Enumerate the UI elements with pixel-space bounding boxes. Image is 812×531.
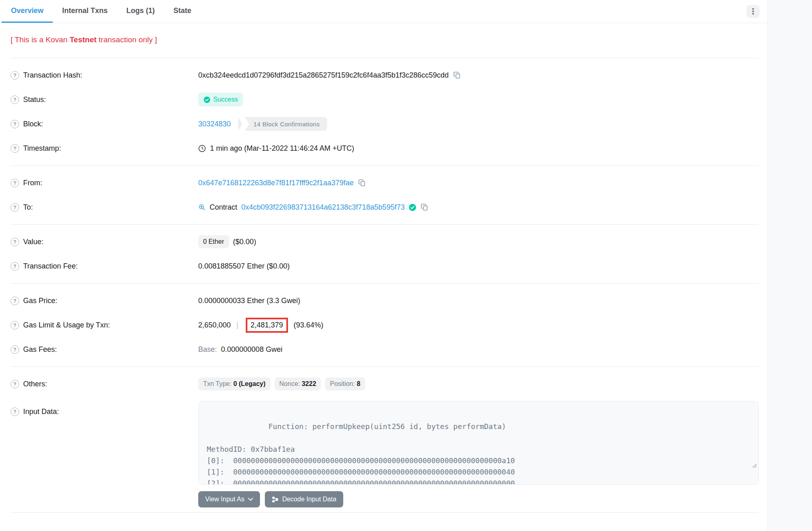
tab-overview[interactable]: Overview (2, 0, 53, 23)
copy-icon (420, 203, 429, 211)
row-gas-price: ? Gas Price: 0.0000000033 Ether (3.3 Gwe… (11, 288, 758, 313)
block-number-link[interactable]: 30324830 (198, 120, 231, 128)
section-addresses: ? From: 0x647e7168122263d8e7f81f17fff9c2… (11, 166, 758, 225)
row-transaction-fee: ? Transaction Fee: 0.0081885507 Ether ($… (11, 254, 758, 278)
clock-icon (198, 145, 206, 152)
transaction-hash-label: Transaction Hash: (23, 71, 82, 80)
gas-used-percent: (93.64%) (294, 321, 323, 329)
help-icon[interactable]: ? (11, 297, 19, 305)
view-input-as-button[interactable]: View Input As (198, 491, 260, 507)
help-icon[interactable]: ? (11, 71, 19, 80)
block-confirmations-text: 14 Block Confirmations (238, 117, 327, 131)
gas-limit-value: 2,650,000 (198, 321, 231, 329)
transaction-fee-value: 0.0081885507 Ether ($0.00) (198, 262, 290, 271)
view-input-as-label: View Input As (205, 496, 245, 503)
ether-value-badge: 0 Ether (198, 235, 229, 248)
copy-icon (453, 71, 461, 79)
gas-used-annotation-box: 2,481,379 (246, 318, 288, 333)
gas-price-value: 0.0000000033 Ether (3.3 Gwei) (198, 297, 300, 305)
timestamp-value: 1 min ago (Mar-11-2022 11:46:24 AM +UTC) (210, 144, 354, 153)
tab-logs[interactable]: Logs (1) (117, 0, 164, 23)
value-label: Value: (23, 238, 43, 246)
txn-type-label: Txn Type: (203, 380, 232, 387)
gas-used-value: 2,481,379 (251, 321, 283, 329)
copy-to-button[interactable] (420, 203, 429, 211)
row-to: ? To: Contract 0x4cb093f226983713164a621… (11, 195, 758, 219)
check-circle-icon (204, 96, 210, 103)
tab-state[interactable]: State (164, 0, 201, 23)
copy-hash-button[interactable] (453, 71, 461, 79)
copy-from-button[interactable] (358, 179, 366, 187)
help-icon[interactable]: ? (11, 144, 19, 153)
from-label: From: (23, 179, 42, 187)
help-icon[interactable]: ? (11, 95, 19, 104)
input-data-textarea[interactable]: Function: performUpkeep(uint256 id, byte… (198, 401, 759, 485)
tab-internal-txns[interactable]: Internal Txns (53, 0, 117, 23)
gas-price-label: Gas Price: (23, 297, 57, 305)
row-gas-fees: ? Gas Fees: Base: 0.000000008 Gwei (11, 337, 758, 362)
page-background (768, 0, 812, 531)
notice-prefix: [ This is a Kovan (11, 35, 69, 44)
block-label: Block: (23, 120, 43, 128)
help-icon[interactable]: ? (11, 380, 19, 388)
help-icon[interactable]: ? (11, 238, 19, 246)
to-address-link[interactable]: 0x4cb093f226983713164a62138c3f718a5b595f… (241, 203, 405, 212)
copy-icon (358, 179, 366, 187)
to-contract-prefix: Contract (210, 203, 237, 212)
transaction-hash-value: 0xcb324eedcd1d07296fdf3d215a2865275f159c… (198, 71, 449, 80)
status-badge: Success (198, 93, 243, 106)
row-others: ? Others: Txn Type: 0 (Legacy) Nonce: 32… (11, 372, 758, 396)
others-label: Others: (23, 380, 47, 388)
testnet-notice: [ This is a Kovan Testnet transaction on… (11, 35, 758, 44)
help-icon[interactable]: ? (11, 203, 19, 212)
resize-grip-icon[interactable] (681, 449, 757, 483)
input-data-content: Function: performUpkeep(uint256 id, byte… (207, 422, 515, 485)
row-timestamp: ? Timestamp: 1 min ago (Mar-11-2022 11:4… (11, 136, 758, 160)
timestamp-label: Timestamp: (23, 144, 61, 153)
notice-suffix: transaction only ] (97, 35, 157, 44)
row-block: ? Block: 30324830 14 Block Confirmations (11, 112, 758, 136)
row-status: ? Status: Success (11, 87, 758, 112)
section-others-input: ? Others: Txn Type: 0 (Legacy) Nonce: 32… (11, 367, 758, 513)
status-label: Status: (23, 95, 46, 104)
section-value-fee: ? Value: 0 Ether ($0.00) ? Transaction F… (11, 225, 758, 284)
row-from: ? From: 0x647e7168122263d8e7f81f17fff9c2… (11, 171, 758, 195)
txn-type-value: 0 (Legacy) (233, 380, 265, 387)
transaction-card: Overview Internal Txns Logs (1) State [ … (0, 0, 768, 531)
kebab-icon (750, 8, 756, 15)
decode-input-data-button[interactable]: Decode Input Data (265, 491, 343, 507)
more-options-button[interactable] (747, 5, 760, 18)
section-gas: ? Gas Price: 0.0000000033 Ether (3.3 Gwe… (11, 284, 758, 367)
help-icon[interactable]: ? (11, 120, 19, 128)
help-icon[interactable]: ? (11, 345, 19, 354)
from-address-link[interactable]: 0x647e7168122263d8e7f81f17fff9c2f1aa379f… (198, 179, 354, 187)
row-gas-limit-usage: ? Gas Limit & Usage by Txn: 2,650,000 | … (11, 313, 758, 337)
value-usd: ($0.00) (233, 238, 256, 246)
to-label: To: (23, 203, 33, 212)
notice-bold: Testnet (69, 35, 96, 44)
gas-separator: | (236, 321, 238, 329)
help-icon[interactable]: ? (11, 407, 19, 416)
nonce-value: 3222 (302, 380, 316, 387)
input-data-label: Input Data: (23, 407, 59, 416)
decode-icon (272, 496, 279, 503)
magnifier-plus-icon[interactable] (198, 204, 206, 211)
row-value: ? Value: 0 Ether ($0.00) (11, 230, 758, 254)
gas-fees-base-label: Base: (198, 345, 217, 354)
help-icon[interactable]: ? (11, 321, 19, 329)
decode-input-data-label: Decode Input Data (282, 496, 336, 503)
status-value: Success (213, 96, 238, 103)
txn-type-badge: Txn Type: 0 (Legacy) (198, 377, 271, 390)
verified-check-icon (409, 204, 416, 211)
transaction-fee-label: Transaction Fee: (23, 262, 78, 271)
position-value: 8 (357, 380, 360, 387)
row-transaction-hash: ? Transaction Hash: 0xcb324eedcd1d07296f… (11, 63, 758, 87)
transaction-page: Overview Internal Txns Logs (1) State [ … (0, 0, 812, 531)
notice-section: [ This is a Kovan Testnet transaction on… (11, 23, 758, 58)
tab-bar: Overview Internal Txns Logs (1) State (0, 0, 767, 23)
gas-fees-label: Gas Fees: (23, 345, 57, 354)
nonce-badge: Nonce: 3222 (275, 377, 321, 390)
block-confirmations-badge: 14 Block Confirmations (238, 117, 327, 131)
help-icon[interactable]: ? (11, 262, 19, 271)
help-icon[interactable]: ? (11, 179, 19, 187)
